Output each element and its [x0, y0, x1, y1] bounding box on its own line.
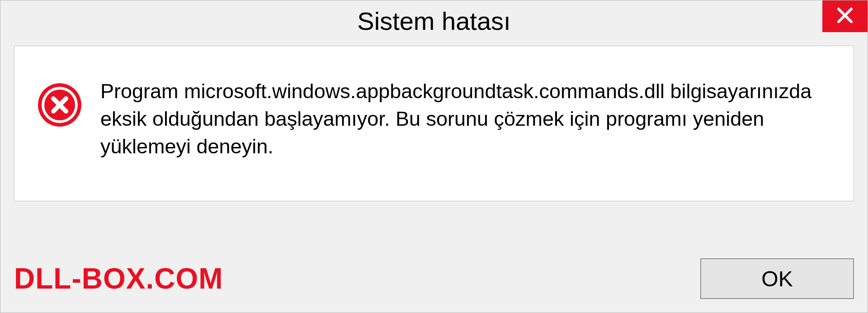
watermark-text: DLL-BOX.COM — [14, 262, 223, 295]
titlebar: Sistem hatası — [0, 0, 868, 41]
error-icon — [37, 82, 82, 128]
dialog-title: Sistem hatası — [357, 6, 510, 36]
content-area: Program microsoft.windows.appbackgroundt… — [14, 46, 854, 201]
footer: DLL-BOX.COM OK — [14, 258, 854, 299]
close-button[interactable] — [822, 0, 868, 32]
close-icon — [836, 6, 854, 26]
ok-button[interactable]: OK — [700, 258, 854, 299]
error-message: Program microsoft.windows.appbackgroundt… — [100, 78, 831, 160]
error-dialog: Sistem hatası Program microsoft.windows.… — [0, 0, 868, 313]
